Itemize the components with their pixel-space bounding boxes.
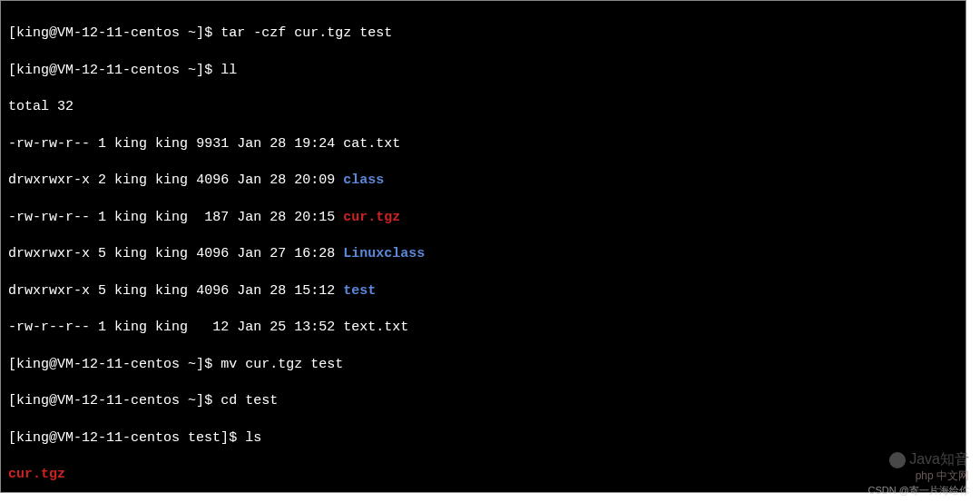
ls-output-item: cur.tgz <box>8 466 958 484</box>
prompt-open: [ <box>8 25 16 41</box>
prompt-line: [king@VM-12-11-centos ~]$ mv cur.tgz tes… <box>8 356 958 374</box>
prompt-line: [king@VM-12-11-centos ~]$ ll <box>8 62 958 80</box>
ll-row: drwxrwxr-x 5 king king 4096 Jan 28 15:12… <box>8 282 958 300</box>
dir-name: test <box>343 283 376 299</box>
ll-row: -rw-rw-r-- 1 king king 9931 Jan 28 19:24… <box>8 135 958 153</box>
dir-name: Linuxclass <box>343 246 425 261</box>
prompt-path: ~ <box>188 25 196 41</box>
command-cd: cd test <box>220 393 278 408</box>
command-ls: ls <box>245 430 261 446</box>
prompt-line: [king@VM-12-11-centos test]$ ls <box>8 429 958 448</box>
file-name: text.txt <box>343 320 408 335</box>
prompt-host: VM-12-11-centos <box>57 25 180 41</box>
file-name: cat.txt <box>343 136 400 152</box>
ll-row: -rw-rw-r-- 1 king king 187 Jan 28 20:15 … <box>8 209 958 227</box>
ll-row: -rw-r--r-- 1 king king 12 Jan 25 13:52 t… <box>8 319 958 337</box>
command-mv: mv cur.tgz test <box>220 357 343 372</box>
ll-row: drwxrwxr-x 5 king king 4096 Jan 27 16:28… <box>8 245 958 263</box>
prompt-line: [king@VM-12-11-centos ~]$ cd test <box>8 392 958 410</box>
prompt-line: [king@VM-12-11-centos ~]$ tar -czf cur.t… <box>8 25 958 43</box>
terminal-window[interactable]: [king@VM-12-11-centos ~]$ tar -czf cur.t… <box>0 0 966 493</box>
archive-name: cur.tgz <box>343 210 400 225</box>
prompt-close: ] <box>196 25 204 41</box>
ll-row: drwxrwxr-x 2 king king 4096 Jan 28 20:09… <box>8 172 958 190</box>
prompt-user: king <box>16 25 49 41</box>
prompt-end: $ <box>204 25 212 41</box>
dir-name: class <box>343 172 384 188</box>
ll-total: total 32 <box>8 98 958 116</box>
command-tar-create: tar -czf cur.tgz test <box>220 25 392 41</box>
prompt-at: @ <box>49 25 57 41</box>
command-ll: ll <box>220 63 237 78</box>
